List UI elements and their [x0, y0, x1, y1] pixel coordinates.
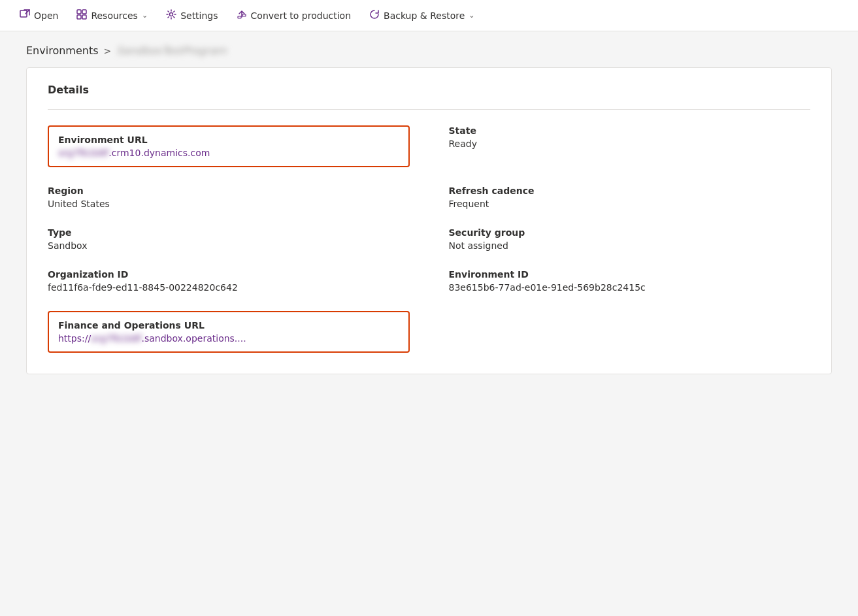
details-title: Details [48, 84, 810, 96]
svg-rect-3 [77, 15, 81, 19]
svg-rect-7 [242, 14, 246, 16]
detail-value-org-id: fed11f6a-fde9-ed11-8845-00224820c642 [48, 282, 410, 293]
details-card: Details Environment URL org7fb1b8f.crm10… [26, 67, 832, 374]
open-button[interactable]: Open [10, 0, 67, 31]
detail-item-empty [449, 311, 811, 353]
backup-button[interactable]: Backup & Restore ⌄ [360, 0, 484, 31]
detail-item-security-group: Security group Not assigned [449, 227, 811, 251]
detail-value-fo-url[interactable]: https://org7fb1b8f.sandbox.operations...… [58, 333, 399, 344]
detail-label-env-id: Environment ID [449, 269, 811, 280]
breadcrumb-separator: > [104, 46, 112, 56]
open-label: Open [34, 10, 58, 21]
detail-item-refresh-cadence: Refresh cadence Frequent [449, 186, 811, 209]
detail-label-org-id: Organization ID [48, 269, 410, 280]
resources-icon [76, 9, 87, 22]
detail-value-region: United States [48, 199, 410, 209]
backup-label: Backup & Restore [384, 10, 465, 21]
svg-rect-1 [77, 10, 81, 14]
detail-item-fo-url: Finance and Operations URL https://org7f… [48, 311, 410, 353]
detail-label-type: Type [48, 227, 410, 238]
detail-item-type: Type Sandbox [48, 227, 410, 251]
settings-icon [166, 9, 176, 22]
svg-rect-2 [82, 10, 86, 14]
detail-item-env-url: Environment URL org7fb1b8f.crm10.dynamic… [48, 125, 410, 167]
backup-chevron-icon: ⌄ [469, 11, 474, 20]
detail-value-env-url[interactable]: org7fb1b8f.crm10.dynamics.com [58, 148, 399, 158]
detail-item-region: Region United States [48, 186, 410, 209]
detail-label-region: Region [48, 186, 410, 196]
detail-value-type: Sandbox [48, 240, 410, 251]
svg-point-5 [170, 12, 173, 16]
env-url-blurred: org7fb1b8f [58, 148, 108, 158]
resources-button[interactable]: Resources ⌄ [67, 0, 157, 31]
detail-label-security-group: Security group [449, 227, 811, 238]
detail-value-refresh-cadence: Frequent [449, 199, 811, 209]
settings-label: Settings [180, 10, 218, 21]
detail-value-state: Ready [449, 138, 811, 149]
detail-label-env-url: Environment URL [58, 135, 399, 145]
detail-value-env-id: 83e615b6-77ad-e01e-91ed-569b28c2415c [449, 282, 811, 293]
open-icon [20, 9, 30, 22]
convert-label: Convert to production [251, 10, 352, 21]
detail-label-state: State [449, 125, 811, 136]
detail-item-env-id: Environment ID 83e615b6-77ad-e01e-91ed-5… [449, 269, 811, 293]
convert-button[interactable]: Convert to production [227, 0, 361, 31]
svg-rect-6 [238, 16, 241, 18]
toolbar: Open Resources ⌄ Settings [0, 0, 858, 31]
settings-button[interactable]: Settings [157, 0, 227, 31]
main-content: Details Environment URL org7fb1b8f.crm10… [0, 67, 858, 613]
resources-label: Resources [91, 10, 138, 21]
detail-label-refresh-cadence: Refresh cadence [449, 186, 811, 196]
detail-item-org-id: Organization ID fed11f6a-fde9-ed11-8845-… [48, 269, 410, 293]
breadcrumb-current-env: SandboxTestProgram [116, 44, 226, 57]
svg-rect-4 [82, 15, 86, 19]
convert-icon [237, 9, 247, 22]
details-grid: Environment URL org7fb1b8f.crm10.dynamic… [48, 125, 810, 353]
details-divider [48, 109, 810, 110]
resources-chevron-icon: ⌄ [142, 11, 148, 20]
fo-url-blurred: org7fb1b8f [91, 333, 141, 344]
breadcrumb-environments-link[interactable]: Environments [26, 44, 99, 57]
breadcrumb: Environments > SandboxTestProgram [0, 31, 858, 67]
backup-icon [369, 9, 380, 22]
detail-value-security-group: Not assigned [449, 240, 811, 251]
detail-label-fo-url: Finance and Operations URL [58, 320, 399, 331]
detail-item-state: State Ready [449, 125, 811, 167]
